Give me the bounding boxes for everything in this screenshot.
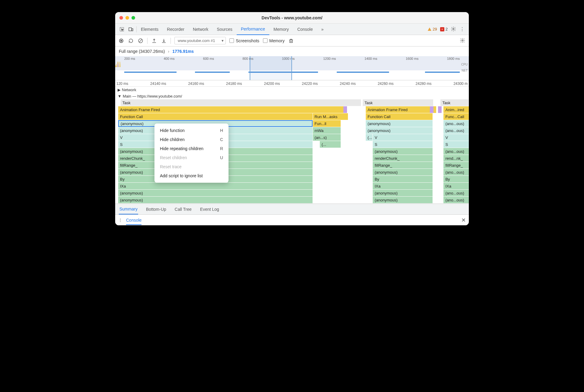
minimize-window-button[interactable] <box>125 16 129 20</box>
selected-range-label[interactable]: 1776.91ms <box>172 49 194 54</box>
main-section-header[interactable]: ▼ Main — https://www.youtube.com/ <box>115 93 469 99</box>
flame-frame[interactable]: S <box>443 141 469 148</box>
flame-frame[interactable]: (... <box>320 141 341 148</box>
tab-network[interactable]: Network <box>189 24 213 35</box>
detail-tab-summary[interactable]: Summary <box>119 204 138 214</box>
flame-frame[interactable]: Function Call <box>118 113 313 120</box>
flame-frame[interactable]: Task <box>363 99 433 106</box>
record-button[interactable] <box>118 38 124 44</box>
flame-frame[interactable]: (anonymous) <box>373 190 433 196</box>
net-label: NET <box>462 69 468 72</box>
overview-tick: 400 ms <box>164 57 174 60</box>
upload-icon[interactable] <box>151 38 157 44</box>
reload-button[interactable] <box>128 38 134 44</box>
flame-frame[interactable]: (ano...ous) <box>443 127 469 134</box>
flame-frame[interactable]: (... <box>366 134 372 141</box>
flame-frame[interactable]: fillRange_ <box>443 162 469 169</box>
full-range-label[interactable]: Full range (34307.26ms) <box>119 49 165 54</box>
close-window-button[interactable] <box>119 16 123 20</box>
flame-frame[interactable]: Animation Frame Fired <box>366 106 436 113</box>
flame-frame[interactable]: S <box>373 141 433 148</box>
flame-frame[interactable]: (ano...ous) <box>443 148 469 155</box>
flame-frame[interactable]: V <box>443 134 469 141</box>
detail-time-ruler[interactable]: 120 ms24140 ms24160 ms24180 ms24200 ms24… <box>115 80 469 87</box>
flame-frame[interactable]: Fun...ll <box>313 120 341 127</box>
flame-frame[interactable]: Task <box>121 99 361 106</box>
overview-minimap[interactable]: 200 ms400 ms600 ms800 ms1000 ms1200 ms14… <box>115 56 469 80</box>
network-section-header[interactable]: ▶ Network <box>115 87 469 93</box>
context-menu-item[interactable]: Hide repeating childrenR <box>154 144 229 153</box>
flame-frame[interactable]: (ano...ous) <box>443 120 469 127</box>
more-tabs-icon[interactable]: » <box>317 24 328 35</box>
tab-recorder[interactable]: Recorder <box>163 24 189 35</box>
flame-frame[interactable]: (anonymous) <box>373 169 433 175</box>
flame-frame[interactable]: (ano...ous) <box>443 197 469 203</box>
screenshots-checkbox[interactable]: Screenshots <box>229 38 259 43</box>
flame-frame[interactable]: IXa <box>443 183 469 189</box>
close-drawer-icon[interactable]: ✕ <box>461 217 466 223</box>
warnings-badge[interactable]: 29 <box>428 27 437 31</box>
flame-frame[interactable]: fillRange_ <box>373 162 433 169</box>
flame-frame[interactable]: Func...Call <box>443 113 469 120</box>
clear-button[interactable] <box>138 38 144 44</box>
flame-frame[interactable]: Run M...asks <box>313 113 348 120</box>
devtools-window: DevTools - www.youtube.com/ ElementsReco… <box>115 12 469 225</box>
flame-frame[interactable]: Animation Frame Fired <box>118 106 346 113</box>
maximize-window-button[interactable] <box>131 16 135 20</box>
ruler-tick: 24180 ms <box>226 82 242 86</box>
flame-frame[interactable]: mWa <box>313 127 341 134</box>
overview-tick: 600 ms <box>203 57 214 60</box>
context-menu-item[interactable]: Add script to ignore list <box>154 171 229 180</box>
flame-frame[interactable]: Function Call <box>366 113 433 120</box>
detail-tab-call-tree[interactable]: Call Tree <box>174 204 192 214</box>
memory-checkbox[interactable]: Memory <box>263 38 285 43</box>
flame-frame[interactable]: (ano...ous) <box>443 190 469 196</box>
tab-sources[interactable]: Sources <box>213 24 236 35</box>
main-tabs-bar: ElementsRecorderNetworkSourcesPerformanc… <box>115 24 469 35</box>
console-tab[interactable]: Console <box>126 215 141 225</box>
inspect-icon[interactable] <box>118 26 125 33</box>
device-icon[interactable] <box>127 26 135 33</box>
panel-settings-icon[interactable] <box>460 38 466 44</box>
flame-frame[interactable]: IXa <box>118 183 313 189</box>
flame-frame[interactable]: renderChunk_ <box>373 155 433 162</box>
flame-frame[interactable]: (anonymous) <box>373 197 433 203</box>
tab-console[interactable]: Console <box>293 24 317 35</box>
kebab-menu-icon[interactable]: ⋮ <box>460 26 466 32</box>
ruler-tick: 24200 ms <box>264 82 280 86</box>
flame-frame[interactable]: Anim...ired <box>443 106 469 113</box>
flame-frame[interactable]: (anonymous) <box>118 197 313 203</box>
svg-line-5 <box>139 39 142 42</box>
flame-frame[interactable]: (anonymous) <box>366 127 433 134</box>
tab-memory[interactable]: Memory <box>269 24 293 35</box>
tab-elements[interactable]: Elements <box>137 24 163 35</box>
tab-performance[interactable]: Performance <box>237 24 269 35</box>
settings-icon[interactable] <box>451 26 457 32</box>
flame-frame[interactable]: IXa <box>373 183 433 189</box>
profile-selector[interactable]: www.youtube.com #1 <box>174 37 226 44</box>
performance-toolbar: www.youtube.com #1 Screenshots Memory <box>115 35 469 47</box>
drawer-menu-icon[interactable]: ⋮ <box>118 218 122 223</box>
overview-tick: 1200 ms <box>323 57 336 60</box>
detail-tab-event-log[interactable]: Event Log <box>200 204 220 214</box>
flame-frame[interactable]: (anonymous) <box>366 120 433 127</box>
flame-frame[interactable]: (anonymous) <box>373 148 433 155</box>
flame-frame[interactable]: (an...s) <box>313 134 341 141</box>
detail-tab-bottom-up[interactable]: Bottom-Up <box>145 204 167 214</box>
flame-frame[interactable]: (anonymous) <box>118 190 313 196</box>
flame-frame[interactable]: V <box>373 134 433 141</box>
flame-frame[interactable]: rend...nk_ <box>443 155 469 162</box>
garbage-collect-icon[interactable] <box>288 38 294 44</box>
svg-point-3 <box>453 28 454 30</box>
flame-frame[interactable]: Task <box>440 99 469 106</box>
context-menu-item[interactable]: Hide functionH <box>154 126 229 135</box>
errors-badge[interactable]: ×2 <box>440 27 448 31</box>
download-icon[interactable] <box>161 38 167 44</box>
flame-chart[interactable]: TaskTaskTaskAnimation Frame FiredAnimati… <box>115 99 469 204</box>
context-menu-item[interactable]: Hide childrenC <box>154 135 229 144</box>
flame-frame[interactable]: By <box>373 176 433 182</box>
flame-frame[interactable]: (ano...ous) <box>443 169 469 175</box>
svg-point-6 <box>462 40 463 41</box>
flame-frame[interactable]: By <box>443 176 469 182</box>
svg-rect-2 <box>132 28 133 31</box>
